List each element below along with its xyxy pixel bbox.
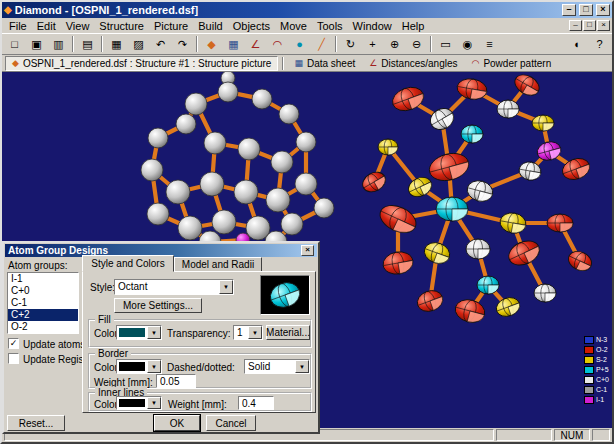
dialog-close-icon[interactable]: × <box>301 245 314 256</box>
data-sheet-button[interactable]: ▦ <box>223 35 244 53</box>
menu-move[interactable]: Move <box>275 19 312 33</box>
update-atoms-checkbox[interactable]: ✓ <box>8 338 19 349</box>
toolbar-separator <box>101 36 103 52</box>
minimize-button[interactable]: – <box>562 4 576 16</box>
help-button[interactable]: ? <box>589 35 610 53</box>
atom-design-button[interactable]: ● <box>289 35 310 53</box>
dashed-dotted-value: Solid <box>245 360 295 373</box>
menu-build[interactable]: Build <box>193 19 227 33</box>
new-document-button[interactable]: □ <box>4 35 25 53</box>
move-view-button[interactable]: + <box>362 35 383 53</box>
tab-style-and-colors[interactable]: Style and Colors <box>82 255 174 272</box>
maximize-button[interactable]: □ <box>579 4 593 16</box>
status-pane-2 <box>496 429 552 441</box>
toolbar-right-group: ◐? <box>567 35 610 53</box>
tab-powder-pattern-label: Powder pattern <box>483 58 551 69</box>
update-registry-checkbox[interactable] <box>8 353 19 364</box>
transparency-combobox[interactable]: 1 ▼ <box>233 325 263 340</box>
print-button[interactable]: ▤ <box>77 35 98 53</box>
copy-button[interactable]: ▦ <box>106 35 127 53</box>
menu-structure[interactable]: Structure <box>94 19 149 33</box>
inner-color-swatch <box>119 399 145 407</box>
ok-button[interactable]: OK <box>154 415 200 431</box>
chevron-down-icon[interactable]: ▼ <box>147 397 161 409</box>
zoom-out-button[interactable]: ⊖ <box>406 35 427 53</box>
menu-picture[interactable]: Picture <box>149 19 193 33</box>
chevron-down-icon[interactable]: ▼ <box>147 326 161 339</box>
atom-group-item[interactable]: C+2 <box>8 309 78 321</box>
rotate-view-button[interactable]: ↻ <box>340 35 361 53</box>
border-color-swatch <box>119 362 145 371</box>
legend-color-chip <box>584 336 594 344</box>
reset-button[interactable]: Reset... <box>7 415 65 431</box>
atom-group-item[interactable]: I-1 <box>8 273 78 285</box>
chevron-down-icon[interactable]: ▼ <box>219 280 233 294</box>
atom-group-designs-dialog: Atom Group Designs × Atom groups: I-1C+0… <box>2 241 320 434</box>
tab-structure-picture-icon: ◆ <box>12 58 19 68</box>
border-color-combobox[interactable]: ▼ <box>116 359 162 374</box>
redo-button[interactable]: ↷ <box>172 35 193 53</box>
structure-picture-button[interactable]: ◆ <box>201 35 222 53</box>
open-document-button[interactable]: ▣ <box>26 35 47 53</box>
menu-edit[interactable]: Edit <box>32 19 61 33</box>
legend-item: P+5 <box>584 365 609 374</box>
update-atoms-label: Update atoms <box>23 339 85 350</box>
fit-view-button[interactable]: ▭ <box>435 35 456 53</box>
toolbar-separator <box>196 36 198 52</box>
chevron-down-icon[interactable]: ▼ <box>147 360 161 373</box>
legend-item: O-2 <box>584 345 609 354</box>
dashed-dotted-label: Dashed/dotted: <box>167 362 235 373</box>
menu-help[interactable]: Help <box>397 19 430 33</box>
close-button[interactable]: × <box>596 4 610 16</box>
element-legend: N-3O-2S-2P+5C+0C-1I-1 <box>584 335 609 404</box>
chevron-down-icon[interactable]: ▼ <box>295 360 309 373</box>
render-scene-button[interactable]: ◉ <box>457 35 478 53</box>
distances-angles-button[interactable]: ∠ <box>245 35 266 53</box>
tab-distances-angles[interactable]: ∠Distances/angles <box>363 56 463 71</box>
paste-button[interactable]: ▨ <box>128 35 149 53</box>
undo-button[interactable]: ↶ <box>150 35 171 53</box>
menu-objects[interactable]: Objects <box>228 19 275 33</box>
status-pane-4 <box>592 429 610 441</box>
tab-data-sheet-icon: ▦ <box>294 58 303 68</box>
atom-group-item[interactable]: O-2 <box>8 321 78 333</box>
tab-powder-pattern[interactable]: ◠Powder pattern <box>466 56 558 71</box>
zoom-in-button[interactable]: ⊕ <box>384 35 405 53</box>
material-button[interactable]: Material... <box>266 325 310 340</box>
tab-data-sheet[interactable]: ▦Data sheet <box>288 56 361 71</box>
powder-pattern-button[interactable]: ◠ <box>267 35 288 53</box>
bond-design-button[interactable]: ╱ <box>311 35 332 53</box>
style-combobox[interactable]: Octant ▼ <box>114 279 234 295</box>
layers-button[interactable]: ≡ <box>479 35 500 53</box>
mdi-restore-button[interactable]: □ <box>583 20 596 31</box>
save-document-button[interactable]: ▥ <box>48 35 69 53</box>
style-value: Octant <box>115 280 219 294</box>
inner-color-combobox[interactable]: ▼ <box>116 396 162 410</box>
menu-file[interactable]: File <box>4 19 32 33</box>
chevron-down-icon[interactable]: ▼ <box>248 326 262 339</box>
atom-group-item[interactable]: C-1 <box>8 297 78 309</box>
inner-weight-field[interactable]: 0.4 <box>238 396 274 410</box>
menu-tools[interactable]: Tools <box>312 19 348 33</box>
border-weight-field[interactable]: 0.05 <box>156 374 196 388</box>
menu-view[interactable]: View <box>61 19 95 33</box>
tab-structure-picture[interactable]: ◆OSPNI_1_rendered.dsf : Structure #1 : S… <box>5 56 278 71</box>
atom-group-item[interactable]: C+0 <box>8 285 78 297</box>
mdi-minimize-button[interactable]: – <box>569 20 582 31</box>
fill-color-combobox[interactable]: ▼ <box>116 325 162 340</box>
cancel-button[interactable]: Cancel <box>206 415 256 431</box>
legend-color-chip <box>584 386 594 394</box>
tab-powder-pattern-icon: ◠ <box>472 58 480 68</box>
legend-item: N-3 <box>584 335 609 344</box>
dashed-dotted-combobox[interactable]: Solid ▼ <box>244 359 310 374</box>
viewer-mode-button[interactable]: ◐ <box>567 35 588 53</box>
legend-item: S-2 <box>584 355 609 364</box>
menu-window[interactable]: Window <box>348 19 397 33</box>
view-tab-bar: ◆OSPNI_1_rendered.dsf : Structure #1 : S… <box>2 55 612 72</box>
tab-separator <box>282 57 284 70</box>
style-preview <box>260 275 310 315</box>
mdi-close-button[interactable]: × <box>597 20 610 31</box>
tab-model-and-radii[interactable]: Model and Radii <box>174 257 262 272</box>
more-settings-button[interactable]: More Settings... <box>114 298 202 313</box>
atom-groups-listbox[interactable]: I-1C+0C-1C+2O-2 <box>7 272 79 334</box>
